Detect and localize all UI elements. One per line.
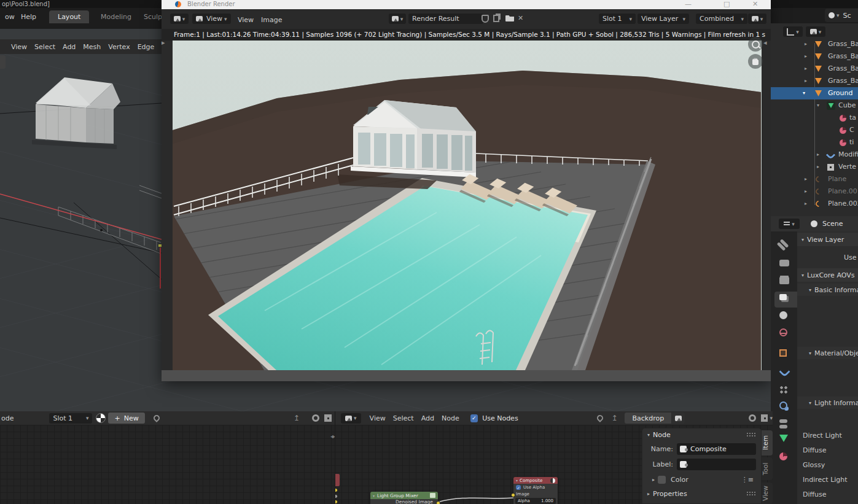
- menu-window[interactable]: ow: [1, 12, 18, 22]
- outliner-row[interactable]: C: [771, 124, 858, 136]
- tab-tool[interactable]: Tool: [762, 457, 773, 480]
- view-layer-panel-header[interactable]: ▾ View Layer: [797, 233, 858, 246]
- render-menu-image[interactable]: Image: [257, 15, 286, 25]
- new-material-button[interactable]: + New: [108, 413, 144, 424]
- proportional-edit-icon[interactable]: [312, 414, 319, 422]
- particles-tab-icon[interactable]: [779, 386, 788, 394]
- outliner-row[interactable]: ▸Grass_Ba: [771, 75, 858, 87]
- modifiers-tab-icon[interactable]: [779, 366, 790, 377]
- scene-selector[interactable]: ▾ Sc: [825, 9, 858, 22]
- output-socket[interactable]: [436, 501, 440, 504]
- zoom-tool-button[interactable]: [748, 37, 763, 52]
- editor-corner-widget[interactable]: ◂▸: [330, 433, 334, 440]
- node-name-field[interactable]: Composite: [677, 443, 756, 455]
- outliner-row[interactable]: ▾Cube: [771, 99, 858, 112]
- workspace-tab-modeling[interactable]: Modeling: [92, 10, 140, 23]
- image-name-field[interactable]: Render Result: [408, 14, 483, 24]
- maximize-button[interactable]: □: [723, 0, 730, 8]
- comp-menu-add[interactable]: Add: [418, 413, 438, 424]
- outliner-row[interactable]: ▸Modifi: [771, 149, 858, 161]
- image-browse-dropdown[interactable]: ▾: [389, 14, 406, 24]
- object-tab-icon[interactable]: [779, 349, 787, 357]
- material-tab-icon[interactable]: [779, 452, 787, 460]
- physics-tab-icon[interactable]: [779, 401, 787, 409]
- compositor-editor-type-dropdown[interactable]: ▾: [341, 413, 361, 424]
- node-panel-header[interactable]: ▾ Node: [642, 428, 761, 441]
- backdrop-button[interactable]: Backdrop: [625, 413, 671, 424]
- world-tab-icon[interactable]: [779, 328, 787, 336]
- clipped-menu-label[interactable]: ode: [1, 414, 14, 422]
- pin-icon[interactable]: [596, 414, 604, 422]
- vp-menu-view[interactable]: View: [7, 42, 31, 52]
- vp-menu-edge[interactable]: Edge: [134, 42, 158, 52]
- outliner-display-mode-dropdown[interactable]: ▾: [783, 26, 803, 37]
- minimize-button[interactable]: —: [685, 0, 692, 8]
- snap-icon[interactable]: [761, 414, 768, 422]
- output-tab-icon[interactable]: [779, 277, 789, 284]
- close-button[interactable]: ✕: [752, 0, 758, 8]
- panel-drag-dots[interactable]: [746, 432, 756, 438]
- compositor-canvas[interactable]: ▾ Light Group Mixer Denoised Image ▾ Com…: [335, 425, 773, 504]
- light-group-mixer-node[interactable]: ▾ Light Group Mixer Denoised Image: [370, 492, 438, 504]
- render-window-titlebar[interactable]: Blender Render — □ ✕: [162, 0, 771, 9]
- comp-menu-view[interactable]: View: [366, 413, 389, 424]
- image-input-socket[interactable]: [511, 493, 515, 497]
- outliner-row[interactable]: ta: [771, 112, 858, 124]
- tab-view[interactable]: View: [762, 483, 773, 504]
- vp-menu-select[interactable]: Select: [31, 42, 59, 52]
- presets-list-icon[interactable]: ⋮≡: [741, 476, 754, 484]
- material-object-panel-header[interactable]: ▾ Material/Obje: [797, 347, 858, 359]
- sidebar-expand-icon[interactable]: ▸: [162, 39, 165, 47]
- render-menu-view[interactable]: View: [234, 15, 257, 25]
- color-subpanel[interactable]: ▸ Color ⋮≡: [642, 470, 761, 484]
- object-data-tab-icon[interactable]: [779, 435, 788, 442]
- light-information-panel-header[interactable]: ▾ Light Informa: [797, 397, 858, 409]
- outliner-row[interactable]: ▸Plane.001: [771, 185, 858, 198]
- tab-item[interactable]: Item: [762, 430, 773, 456]
- outliner-row[interactable]: ▸Plane: [771, 173, 858, 185]
- outliner-row[interactable]: ▸Grass_Ba: [771, 63, 858, 75]
- copy-icon[interactable]: [493, 15, 499, 22]
- view-layer-tab-icon[interactable]: [779, 294, 787, 300]
- outliner-filter-dropdown[interactable]: ▾: [806, 26, 825, 37]
- properties-subpanel-header[interactable]: ▸ Properties: [642, 484, 761, 500]
- shader-slot-dropdown[interactable]: Slot 1 ▾: [49, 413, 92, 424]
- outliner-row[interactable]: ▸Verte: [771, 161, 858, 173]
- outliner-row-selected[interactable]: ▾Ground: [771, 87, 858, 99]
- pan-tool-button[interactable]: [748, 54, 763, 69]
- use-nodes-checkbox[interactable]: ✓: [470, 414, 478, 422]
- vp-menu-vertex[interactable]: Vertex: [104, 42, 133, 52]
- open-folder-icon[interactable]: [505, 15, 514, 21]
- editor-type-dropdown[interactable]: ▾: [170, 14, 189, 24]
- vp-menu-mesh[interactable]: Mesh: [79, 42, 104, 52]
- tool-tab-icon[interactable]: [780, 239, 789, 248]
- use-alpha-checkbox[interactable]: ✓: [516, 485, 521, 490]
- parent-node-tree-icon[interactable]: ↥: [294, 414, 300, 422]
- menu-help[interactable]: Help: [17, 12, 40, 22]
- fake-user-shield-icon[interactable]: [482, 15, 489, 23]
- material-preview-icon[interactable]: [96, 413, 106, 423]
- view-mode-dropdown[interactable]: View ▾: [192, 14, 231, 24]
- outliner-row[interactable]: ▸Grass_Ba: [771, 50, 858, 63]
- pin-icon[interactable]: [152, 414, 161, 422]
- outliner-row[interactable]: ti: [771, 136, 858, 149]
- toolbar-toggle[interactable]: [0, 55, 6, 69]
- proportional-edit-icon[interactable]: [749, 414, 756, 422]
- comp-menu-node[interactable]: Node: [438, 413, 463, 424]
- luxcore-aovs-panel-header[interactable]: ▾ LuxCore AOVs: [797, 268, 858, 282]
- scene-tab-icon[interactable]: [779, 311, 787, 319]
- comp-menu-select[interactable]: Select: [389, 413, 418, 424]
- editor-divider[interactable]: [335, 411, 335, 504]
- unlink-x-icon[interactable]: ✕: [518, 14, 523, 22]
- constraints-tab-icon[interactable]: [779, 419, 787, 423]
- node-label-field[interactable]: [677, 459, 756, 470]
- render-tab-icon[interactable]: [779, 260, 789, 266]
- outliner-row[interactable]: ▸Grass_Ba: [771, 38, 858, 50]
- view-layer-dropdown[interactable]: View Layer ▾: [638, 14, 689, 24]
- display-channels-dropdown[interactable]: ▾: [748, 14, 766, 24]
- composite-node[interactable]: ▾ Composite ✓ Use Alpha Image Alpha 1.00…: [513, 477, 558, 504]
- clipped-node-edge[interactable]: [335, 474, 340, 486]
- outliner-row[interactable]: ▸Plane.002: [771, 198, 858, 210]
- properties-editor-dropdown[interactable]: ▾: [779, 219, 800, 229]
- shader-editor-canvas[interactable]: [0, 425, 335, 504]
